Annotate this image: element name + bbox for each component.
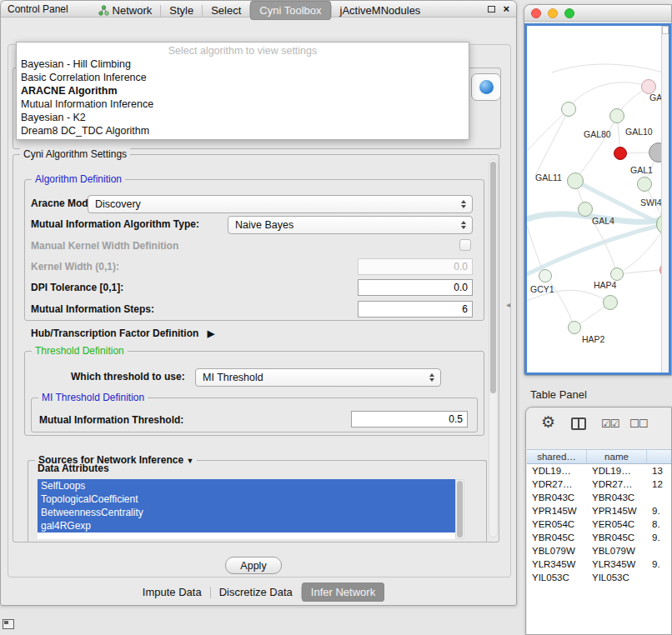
tab-jactivemodules[interactable]: jActiveMNodules: [332, 2, 429, 19]
mi-algorithm-type-value: Naive Bayes: [235, 219, 293, 231]
cell-name: YBR043C: [587, 491, 647, 504]
dropdown-item[interactable]: Bayesian - K2: [17, 111, 469, 124]
tab-select-label: Select: [211, 4, 241, 17]
table-row[interactable]: YBR045C YBR045C 9.: [527, 531, 672, 544]
cell-name: YIL053C: [587, 571, 647, 584]
control-panel-window: Control Panel × Network Style Se: [0, 0, 517, 606]
settings-scrollbar[interactable]: [489, 159, 498, 538]
select-all-icon[interactable]: ☑☑: [601, 418, 619, 430]
combo-arrows-icon: [459, 217, 469, 233]
attribute-item-selected[interactable]: gal4RGexp: [38, 519, 455, 532]
dpi-tolerance-label: DPI Tolerance [0,1]:: [31, 282, 123, 293]
network-node[interactable]: [637, 177, 652, 192]
cell-shared-name: YIL053C: [527, 571, 587, 584]
cell-shared-name: YBR043C: [527, 491, 587, 504]
tab-select[interactable]: Select: [203, 2, 249, 19]
deselect-all-icon[interactable]: ☐☐: [629, 418, 647, 430]
network-node-label: GAL1: [630, 165, 653, 175]
table-body: YDL19… YDL19… 13 YDR27… YDR27… 12 YBR043…: [527, 464, 672, 635]
network-node[interactable]: [567, 172, 584, 189]
network-node-red[interactable]: [614, 147, 627, 160]
mi-threshold-legend: MI Threshold Definition: [38, 392, 148, 403]
cell-name: YDL19…: [587, 464, 647, 478]
aracne-mode-dropdown[interactable]: Discovery: [88, 195, 473, 213]
mi-threshold-input[interactable]: [351, 411, 468, 428]
network-node-label: HAP4: [594, 280, 616, 290]
dpi-tolerance-input[interactable]: [358, 279, 473, 296]
network-window-titlebar[interactable]: [524, 5, 671, 22]
column-header-name[interactable]: name: [587, 450, 647, 463]
which-threshold-label: Which threshold to use:: [71, 371, 185, 382]
tab-discretize-data[interactable]: Discretize Data: [211, 583, 301, 601]
tab-style[interactable]: Style: [161, 2, 202, 19]
minimized-panel-icon[interactable]: [3, 619, 14, 629]
mi-algorithm-type-dropdown[interactable]: Naive Bayes: [228, 216, 473, 234]
aracne-mode-value: Discovery: [95, 198, 141, 210]
network-node[interactable]: [610, 268, 624, 281]
cell-name: YBL079W: [587, 544, 647, 558]
attribute-item-selected[interactable]: SelfLoops: [38, 479, 455, 492]
network-node[interactable]: [568, 321, 581, 334]
network-icon: [98, 5, 109, 16]
table-row[interactable]: YBR043C YBR043C: [527, 491, 672, 504]
network-node-label: GAL11: [535, 172, 562, 182]
minimize-traffic-icon[interactable]: [548, 8, 558, 18]
cell-shared-name: YBR045C: [527, 531, 587, 544]
mi-steps-input[interactable]: [358, 301, 473, 318]
network-node-label: GCY1: [530, 284, 554, 294]
attribute-item-selected[interactable]: BetweennessCentrality: [38, 506, 455, 519]
attribute-item-selected[interactable]: TopologicalCoefficient: [38, 492, 455, 506]
dropdown-item[interactable]: Bayesian - Hill Climbing: [17, 58, 469, 71]
column-header-shared-name[interactable]: shared…: [527, 450, 587, 463]
table-row[interactable]: YDL19… YDL19… 13: [527, 464, 672, 478]
network-node-label: GAL80: [584, 129, 611, 139]
zoom-traffic-icon[interactable]: [564, 8, 574, 18]
cell-shared-name: YDR27…: [527, 478, 587, 491]
network-node-label: GAL10: [625, 127, 653, 137]
manual-kernel-width-checkbox[interactable]: [459, 239, 471, 251]
network-node-label: SWI4: [640, 198, 662, 208]
dropdown-item[interactable]: Mutual Information Inference: [17, 98, 469, 111]
cyni-bottom-tabs: Impute Data Discretize Data Infer Networ…: [1, 582, 518, 602]
network-node[interactable]: [609, 108, 624, 123]
table-row[interactable]: YBL079W YBL079W: [527, 544, 672, 558]
attribute-list-scrollbar-thumb[interactable]: [457, 481, 463, 538]
hub-definition-toggle[interactable]: Hub/Transcription Factor Definition ▶: [31, 328, 214, 339]
table-row[interactable]: YLR345W YLR345W 9.: [527, 558, 672, 571]
tab-impute-data[interactable]: Impute Data: [134, 583, 210, 601]
network-node[interactable]: [539, 269, 552, 282]
algorithm-info-button[interactable]: [471, 73, 501, 101]
attribute-list-scrollbar[interactable]: [455, 479, 464, 539]
cyni-algorithm-settings-legend: Cyni Algorithm Settings: [20, 148, 130, 160]
cell-shared-name: YLR345W: [527, 558, 587, 571]
network-scrollbar[interactable]: [661, 26, 669, 372]
gear-icon[interactable]: ⚙: [541, 412, 555, 432]
which-threshold-dropdown[interactable]: MI Threshold: [195, 368, 441, 387]
cell-shared-name: YER054C: [527, 518, 587, 531]
split-pane-collapse-arrow[interactable]: ◂: [506, 300, 510, 309]
network-node[interactable]: [578, 202, 593, 217]
network-node[interactable]: [561, 102, 576, 117]
settings-scrollbar-thumb[interactable]: [490, 162, 496, 393]
column-header-partial[interactable]: [647, 450, 672, 463]
kernel-width-input[interactable]: [358, 258, 473, 275]
tab-infer-network[interactable]: Infer Network: [302, 582, 384, 602]
network-canvas[interactable]: GAL80 GAL10 GAL11 GAL1 SWI4 GAL4 GCY1 HA…: [524, 23, 671, 375]
table-row[interactable]: YPR145W YPR145W 9.: [527, 504, 672, 518]
dropdown-item-selected[interactable]: ARACNE Algorithm: [17, 84, 469, 98]
scroll-arrow-icon[interactable]: [662, 26, 669, 34]
apply-button[interactable]: Apply: [225, 557, 282, 574]
dropdown-item[interactable]: Basic Correlation Inference: [17, 71, 469, 84]
tab-network[interactable]: Network: [90, 2, 161, 19]
table-row[interactable]: YDR27… YDR27… 12: [527, 478, 672, 491]
network-node[interactable]: [603, 295, 618, 310]
data-attributes-label: Data Attributes: [38, 462, 109, 474]
dropdown-item[interactable]: Dream8 DC_TDC Algorithm: [17, 124, 469, 138]
table-row[interactable]: YIL053C YIL053C: [527, 571, 672, 584]
tab-jactivemodules-label: jActiveMNodules: [340, 4, 421, 17]
table-row[interactable]: YER054C YER054C 8.: [527, 518, 672, 531]
columns-icon[interactable]: [571, 418, 586, 430]
network-node-label: HAP2: [582, 334, 604, 344]
tab-cyni-toolbox[interactable]: Cyni Toolbox: [250, 1, 330, 20]
close-traffic-icon[interactable]: [531, 8, 541, 18]
